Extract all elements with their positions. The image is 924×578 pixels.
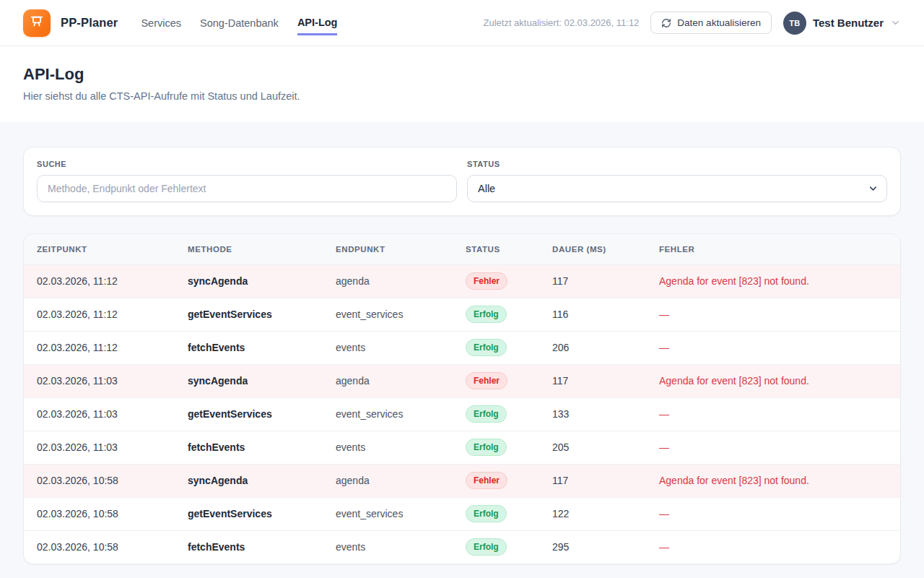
cell-error: Agenda for event [823] not found.: [646, 264, 900, 298]
table-row: 02.03.2026, 11:03 getEventServices event…: [24, 397, 900, 431]
refresh-button-label: Daten aktualisieren: [677, 17, 761, 28]
cell-error: —: [646, 397, 900, 431]
refresh-data-button[interactable]: Daten aktualisieren: [650, 12, 772, 34]
status-badge: Erfolg: [466, 405, 507, 423]
cell-duration: 133: [539, 397, 646, 431]
status-badge: Erfolg: [466, 439, 507, 456]
cell-endpoint: event_services: [323, 497, 453, 530]
api-log-table-card: ZEITPUNKT METHODE ENDPUNKT STATUS DAUER …: [23, 233, 901, 564]
table-row: 02.03.2026, 11:03 fetchEvents events Erf…: [24, 431, 900, 464]
cell-method: fetchEvents: [175, 331, 323, 364]
page-title: API-Log: [23, 65, 901, 84]
cell-status: Fehler: [453, 464, 539, 497]
cell-error: —: [646, 331, 900, 364]
cell-status: Erfolg: [453, 431, 539, 464]
cell-error: —: [646, 530, 900, 564]
brand-name: PP-Planer: [61, 16, 118, 30]
cell-duration: 295: [539, 530, 646, 564]
cell-endpoint: event_services: [323, 397, 453, 431]
search-field-group: SUCHE: [37, 160, 457, 202]
table-row: 02.03.2026, 11:12 syncAgenda agenda Fehl…: [24, 264, 900, 298]
col-dauer: DAUER (MS): [539, 234, 646, 264]
last-updated-text: Zuletzt aktualisiert: 02.03.2026, 11:12: [484, 17, 640, 28]
search-input[interactable]: [37, 175, 457, 202]
cell-duration: 122: [539, 497, 646, 530]
table-row: 02.03.2026, 10:58 fetchEvents events Erf…: [24, 530, 900, 564]
cell-method: getEventServices: [175, 497, 323, 530]
status-badge: Erfolg: [466, 339, 507, 356]
cell-status: Fehler: [453, 264, 539, 298]
cell-endpoint: events: [323, 530, 453, 564]
status-badge: Fehler: [466, 272, 507, 290]
cell-method: syncAgenda: [175, 464, 323, 497]
table-row: 02.03.2026, 10:58 syncAgenda agenda Fehl…: [24, 464, 900, 497]
cell-timestamp: 02.03.2026, 11:12: [24, 298, 175, 331]
status-field-group: STATUS Alle: [467, 160, 887, 202]
cell-status: Fehler: [453, 364, 539, 397]
table-row: 02.03.2026, 11:12 fetchEvents events Erf…: [24, 331, 900, 364]
cell-timestamp: 02.03.2026, 11:03: [24, 397, 175, 431]
col-endpunkt: ENDPUNKT: [323, 234, 453, 264]
status-badge: Erfolg: [466, 505, 507, 522]
cell-duration: 116: [539, 298, 646, 331]
nav-item-api-log[interactable]: API-Log: [297, 11, 338, 35]
cell-endpoint: event_services: [323, 298, 453, 331]
cell-timestamp: 02.03.2026, 11:03: [24, 431, 175, 464]
status-select[interactable]: Alle: [467, 175, 887, 202]
app-logo: [23, 9, 51, 37]
cell-timestamp: 02.03.2026, 11:12: [24, 331, 175, 364]
cell-timestamp: 02.03.2026, 11:03: [24, 364, 175, 397]
cell-method: syncAgenda: [175, 364, 323, 397]
chevron-down-icon: [890, 17, 901, 28]
cell-endpoint: agenda: [323, 264, 453, 298]
cell-status: Erfolg: [453, 331, 539, 364]
cell-status: Erfolg: [453, 397, 539, 431]
cell-error: Agenda for event [823] not found.: [646, 464, 900, 497]
cell-timestamp: 02.03.2026, 10:58: [24, 464, 175, 497]
cell-endpoint: agenda: [323, 364, 453, 397]
main-nav: Services Song-Datenbank API-Log: [141, 11, 337, 35]
cell-endpoint: agenda: [323, 464, 453, 497]
page-head: API-Log Hier siehst du alle CTS-API-Aufr…: [0, 46, 924, 122]
table-header: ZEITPUNKT METHODE ENDPUNKT STATUS DAUER …: [24, 234, 900, 264]
brand: PP-Planer: [23, 9, 118, 37]
cell-status: Erfolg: [453, 298, 539, 331]
nav-item-song-datenbank[interactable]: Song-Datenbank: [200, 12, 279, 34]
cell-error: —: [646, 298, 900, 331]
cell-method: getEventServices: [175, 397, 323, 431]
user-menu[interactable]: TB Test Benutzer: [783, 12, 901, 35]
api-log-table: ZEITPUNKT METHODE ENDPUNKT STATUS DAUER …: [24, 234, 900, 564]
cell-timestamp: 02.03.2026, 10:58: [24, 530, 175, 564]
cell-endpoint: events: [323, 331, 453, 364]
nav-item-services[interactable]: Services: [141, 12, 181, 34]
avatar: TB: [783, 12, 806, 35]
cell-error: —: [646, 497, 900, 530]
cell-method: fetchEvents: [175, 530, 323, 564]
status-label: STATUS: [467, 160, 887, 168]
col-zeitpunkt: ZEITPUNKT: [24, 234, 175, 264]
cell-method: getEventServices: [175, 298, 323, 331]
cell-method: syncAgenda: [175, 264, 323, 298]
presentation-icon: [29, 14, 45, 33]
topbar: PP-Planer Services Song-Datenbank API-Lo…: [0, 0, 924, 46]
refresh-icon: [661, 18, 671, 28]
cell-method: fetchEvents: [175, 431, 323, 464]
cell-duration: 117: [539, 464, 646, 497]
status-select-wrap: Alle: [467, 175, 887, 202]
log-table-body: 02.03.2026, 11:12 syncAgenda agenda Fehl…: [24, 264, 900, 564]
status-badge: Erfolg: [466, 306, 507, 323]
col-methode: METHODE: [175, 234, 323, 264]
main-content: SUCHE STATUS Alle: [0, 122, 924, 564]
col-status: STATUS: [453, 234, 539, 264]
cell-timestamp: 02.03.2026, 11:12: [24, 264, 175, 298]
status-badge: Fehler: [466, 372, 507, 389]
cell-status: Erfolg: [453, 530, 539, 564]
col-fehler: FEHLER: [646, 234, 900, 264]
cell-duration: 117: [539, 364, 646, 397]
topbar-right: Zuletzt aktualisiert: 02.03.2026, 11:12 …: [484, 12, 902, 35]
cell-error: —: [646, 431, 900, 464]
cell-timestamp: 02.03.2026, 10:58: [24, 497, 175, 530]
table-row: 02.03.2026, 11:03 syncAgenda agenda Fehl…: [24, 364, 900, 397]
cell-duration: 205: [539, 431, 646, 464]
status-badge: Fehler: [466, 472, 507, 489]
